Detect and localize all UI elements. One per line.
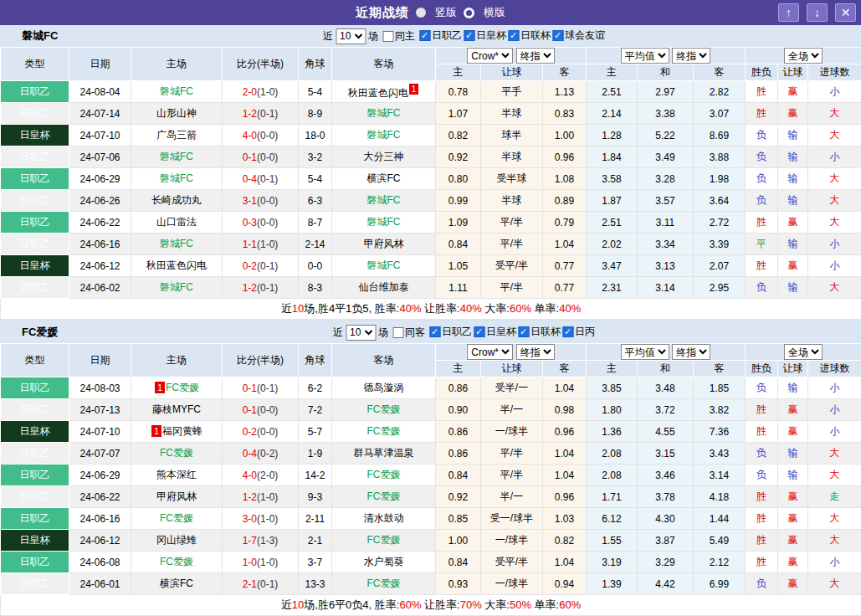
scroll-up-button[interactable]: ↑: [778, 3, 799, 22]
team-name: FC爱媛: [22, 325, 58, 340]
header-fulltime-group: 全场: [746, 48, 861, 64]
match-type-badge: 日职乙: [1, 552, 69, 573]
result-handicap: 赢: [778, 212, 808, 234]
header-corner: 角球: [299, 48, 332, 81]
away-team-cell: 秋田蓝色闪电1: [332, 81, 436, 103]
result-handicap: 赢: [778, 508, 808, 530]
match-row: 日职乙 24-06-29 磐城FC 0-4(0-1) 5-4 横滨FC 0.80…: [1, 168, 861, 190]
avg-home-odds: 2.31: [587, 277, 638, 299]
away-team-name: FC爱媛: [367, 578, 401, 589]
final-odds-select-2[interactable]: 终指: [672, 48, 710, 64]
away-team-cell: 大分三神: [332, 146, 436, 168]
layout-horizontal-label[interactable]: 横版: [484, 5, 505, 20]
league-filter-item[interactable]: 日皇杯: [474, 325, 516, 339]
league-checkbox-checked[interactable]: [464, 30, 474, 41]
match-row: 日职乙 24-06-29 熊本深红 4-0(2-0) 14-2 FC爱媛 0.8…: [1, 465, 861, 486]
home-team-name: 山形山神: [156, 107, 197, 119]
league-filter-item[interactable]: 日联杯: [518, 325, 561, 339]
layout-horizontal-radio[interactable]: [464, 8, 474, 18]
handicap-home-odds: 0.84: [436, 552, 481, 573]
average-select[interactable]: 平均值: [621, 48, 669, 64]
league-filter-item[interactable]: 日联杯: [508, 28, 551, 43]
handicap-home-odds: 0.84: [436, 465, 481, 486]
same-venue-checkbox-unchecked[interactable]: [392, 327, 403, 338]
away-team-name: 甲府风林: [364, 238, 404, 249]
avg-draw-odds: 3.28: [638, 168, 694, 190]
result-goals: 小: [808, 552, 861, 573]
average-select[interactable]: 平均值: [621, 344, 669, 360]
match-type-badge: 日职乙: [1, 212, 69, 234]
result-goals: 大: [808, 530, 861, 552]
avg-home-odds: 2.02: [587, 234, 638, 255]
bookmaker-select[interactable]: Crow*: [467, 48, 513, 64]
same-venue-checkbox-unchecked[interactable]: [382, 31, 393, 42]
home-team-cell: 熊本深红: [131, 465, 223, 486]
final-odds-select-2[interactable]: 终指: [672, 344, 710, 360]
corner-count: 6-3: [299, 190, 332, 212]
result-winlose: 负: [746, 190, 778, 212]
full-match-select[interactable]: 全场: [784, 48, 823, 64]
full-time-score: 0-1: [243, 382, 257, 394]
home-team-cell: 冈山绿雉: [131, 530, 223, 552]
full-match-select[interactable]: 全场: [784, 344, 823, 360]
avg-away-odds: 2.95: [694, 277, 746, 299]
league-checkbox-checked[interactable]: [474, 326, 484, 337]
scroll-down-button[interactable]: ↓: [807, 3, 828, 22]
match-date: 24-06-02: [69, 277, 131, 299]
result-winlose: 胜: [746, 421, 778, 443]
avg-draw-odds: 3.15: [638, 443, 694, 465]
result-handicap: 赢: [778, 530, 808, 552]
match-type-badge: 日职乙: [1, 234, 69, 255]
league-filter-item[interactable]: 日丙: [562, 325, 595, 339]
score-cell: 0-1(0-1): [223, 377, 299, 399]
league-checkbox-checked[interactable]: [562, 326, 573, 337]
avg-away-odds: 4.18: [694, 486, 746, 508]
close-button[interactable]: ✕: [835, 3, 856, 22]
bookmaker-select[interactable]: Crow*: [467, 344, 513, 360]
recent-count-select[interactable]: 10: [336, 28, 366, 44]
layout-vertical-radio[interactable]: [416, 8, 426, 18]
filter-controls: 近 10 场 同主 日职乙 日皇杯 日联杯 球会友谊: [323, 28, 605, 44]
half-time-score: (1-0): [257, 557, 278, 568]
result-winlose: 负: [746, 443, 778, 465]
league-checkbox-checked[interactable]: [419, 30, 430, 41]
half-time-score: (0-2): [257, 448, 278, 459]
score-cell: 4-0(2-0): [223, 465, 299, 486]
avg-away-odds: 3.07: [694, 103, 746, 125]
avg-draw-odds: 3.72: [638, 399, 694, 421]
league-checkbox-checked[interactable]: [508, 30, 519, 41]
handicap-line: 平/半: [481, 465, 543, 486]
league-checkbox-checked[interactable]: [518, 326, 529, 337]
league-filter-item[interactable]: 日职乙: [419, 28, 462, 43]
final-odds-select[interactable]: 终指: [516, 344, 555, 360]
same-venue-filter[interactable]: 同主: [382, 29, 415, 44]
handicap-home-odds: 0.86: [436, 443, 481, 465]
final-odds-select[interactable]: 终指: [516, 48, 555, 64]
result-goals: 大: [808, 103, 861, 125]
recent-count-select[interactable]: 10: [346, 325, 376, 341]
league-filter-group: 日职乙 日皇杯 日联杯 日丙: [428, 325, 595, 340]
home-team-cell: FC爱媛: [131, 443, 223, 465]
handicap-home-odds: 0.90: [436, 399, 481, 421]
header-type: 类型: [1, 48, 69, 81]
avg-home-odds: 3.19: [587, 552, 638, 573]
result-winlose: 负: [746, 168, 778, 190]
league-checkbox-checked[interactable]: [552, 30, 563, 41]
league-checkbox-checked[interactable]: [429, 326, 440, 337]
handicap-line: 球半: [481, 125, 543, 146]
match-type-badge: 日皇杯: [1, 125, 69, 146]
layout-vertical-label[interactable]: 竖版: [435, 5, 457, 20]
league-checkbox-label: 球会友谊: [565, 28, 605, 43]
league-filter-item[interactable]: 球会友谊: [552, 28, 605, 43]
home-team-cell: FC爱媛: [131, 508, 223, 530]
header-away: 客场: [332, 48, 436, 81]
header-corner: 角球: [299, 344, 332, 377]
league-filter-item[interactable]: 日皇杯: [464, 28, 506, 43]
same-venue-filter[interactable]: 同客: [392, 326, 425, 340]
handicap-line: 平/半: [481, 443, 543, 465]
league-filter-item[interactable]: 日职乙: [429, 325, 472, 339]
result-winlose: 胜: [746, 212, 778, 234]
avg-home-odds: 1.39: [587, 573, 638, 595]
avg-home-odds: 1.55: [587, 530, 638, 552]
result-goals: 小: [808, 81, 861, 103]
